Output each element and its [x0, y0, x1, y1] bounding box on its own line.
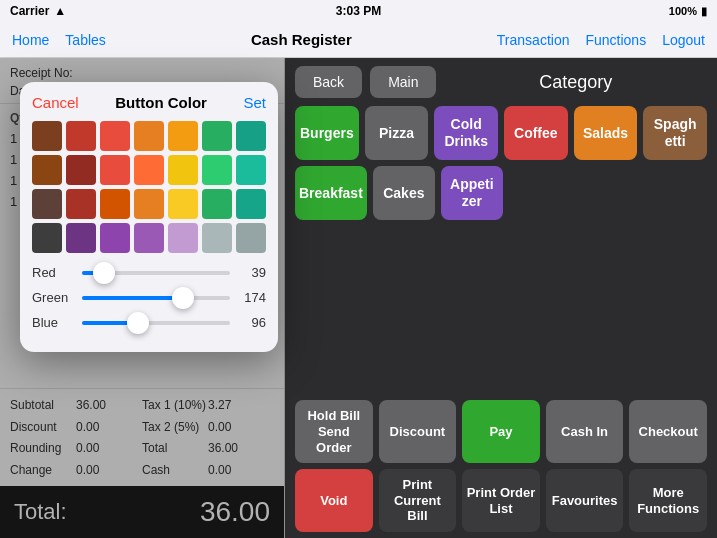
color-swatch[interactable] [236, 189, 266, 219]
category-grid-row1: Burgers Pizza Cold Drinks Coffee Salads … [285, 106, 717, 166]
cat-appetizer[interactable]: Appeti zer [441, 166, 503, 220]
print-bill-button[interactable]: Print Current Bill [379, 469, 457, 532]
battery-text: 100% [669, 5, 697, 17]
red-slider-thumb[interactable] [93, 262, 115, 284]
color-swatch[interactable] [202, 223, 232, 253]
print-order-button[interactable]: Print Order List [462, 469, 540, 532]
color-swatch[interactable] [168, 223, 198, 253]
color-picker-popup: Cancel Button Color Set Red 39 Green [20, 82, 278, 352]
carrier-text: Carrier [10, 4, 49, 18]
receipt-panel: Receipt No: Date: Qty Descr 1 Seafo... 1… [0, 58, 285, 538]
category-grid-row2: Breakfast Cakes Appeti zer [285, 166, 717, 226]
nav-functions[interactable]: Functions [585, 32, 646, 48]
red-slider-row: Red 39 [32, 265, 266, 280]
blue-value: 96 [238, 315, 266, 330]
red-slider-track[interactable] [82, 271, 230, 275]
blue-slider-track[interactable] [82, 321, 230, 325]
color-swatch[interactable] [134, 121, 164, 151]
cat-cold-drinks[interactable]: Cold Drinks [434, 106, 498, 160]
color-swatch[interactable] [202, 155, 232, 185]
register-spacer [285, 226, 717, 394]
nav-bar: Home Tables Cash Register Transaction Fu… [0, 22, 717, 58]
cat-spaghetti[interactable]: Spagh etti [643, 106, 707, 160]
register-panel: Back Main Category Burgers Pizza Cold Dr… [285, 58, 717, 538]
color-swatch[interactable] [100, 155, 130, 185]
main-content: Receipt No: Date: Qty Descr 1 Seafo... 1… [0, 58, 717, 538]
color-swatch[interactable] [236, 121, 266, 151]
color-swatch[interactable] [100, 223, 130, 253]
status-bar: Carrier ▲ 3:03 PM 100% ▮ [0, 0, 717, 22]
color-swatch[interactable] [100, 121, 130, 151]
nav-home[interactable]: Home [12, 32, 49, 48]
main-button[interactable]: Main [370, 66, 436, 98]
checkout-button[interactable]: Checkout [629, 400, 707, 463]
more-functions-button[interactable]: More Functions [629, 469, 707, 532]
green-slider-row: Green 174 [32, 290, 266, 305]
blue-slider-thumb[interactable] [127, 312, 149, 334]
category-nav: Back Main Category [285, 58, 717, 106]
nav-logout[interactable]: Logout [662, 32, 705, 48]
picker-cancel-button[interactable]: Cancel [32, 94, 79, 111]
blue-label: Blue [32, 315, 74, 330]
color-swatch[interactable] [66, 121, 96, 151]
color-grid [32, 121, 266, 253]
color-swatch[interactable] [168, 189, 198, 219]
picker-set-button[interactable]: Set [243, 94, 266, 111]
cat-cakes[interactable]: Cakes [373, 166, 435, 220]
nav-tables[interactable]: Tables [65, 32, 105, 48]
battery-icon: ▮ [701, 5, 707, 18]
action-row-2: Void Print Current Bill Print Order List… [285, 469, 717, 538]
nav-title: Cash Register [251, 31, 352, 48]
cat-breakfast[interactable]: Breakfast [295, 166, 367, 220]
nav-bar-left: Home Tables [12, 32, 106, 48]
cat-pizza[interactable]: Pizza [365, 106, 429, 160]
slider-group: Red 39 Green 174 [32, 265, 266, 330]
red-value: 39 [238, 265, 266, 280]
hold-bill-button[interactable]: Hold BillSend Order [295, 400, 373, 463]
color-swatch[interactable] [236, 155, 266, 185]
color-swatch[interactable] [134, 155, 164, 185]
color-swatch[interactable] [100, 189, 130, 219]
color-swatch[interactable] [236, 223, 266, 253]
green-slider-fill [82, 296, 183, 300]
category-title: Category [444, 72, 707, 93]
green-value: 174 [238, 290, 266, 305]
color-swatch[interactable] [32, 155, 62, 185]
color-swatch[interactable] [168, 155, 198, 185]
green-label: Green [32, 290, 74, 305]
color-swatch[interactable] [66, 223, 96, 253]
nav-transaction[interactable]: Transaction [497, 32, 570, 48]
favourites-button[interactable]: Favourites [546, 469, 624, 532]
cat-burgers[interactable]: Burgers [295, 106, 359, 160]
color-swatch[interactable] [134, 223, 164, 253]
status-left: Carrier ▲ [10, 4, 66, 18]
cat-coffee[interactable]: Coffee [504, 106, 568, 160]
red-label: Red [32, 265, 74, 280]
action-row-1: Hold BillSend Order Discount Pay Cash In… [285, 394, 717, 469]
status-right: 100% ▮ [669, 5, 707, 18]
color-swatch[interactable] [66, 155, 96, 185]
back-button[interactable]: Back [295, 66, 362, 98]
picker-title: Button Color [115, 94, 207, 111]
color-swatch[interactable] [66, 189, 96, 219]
discount-button[interactable]: Discount [379, 400, 457, 463]
color-swatch[interactable] [202, 121, 232, 151]
status-time: 3:03 PM [336, 4, 381, 18]
wifi-icon: ▲ [54, 4, 66, 18]
pay-button[interactable]: Pay [462, 400, 540, 463]
color-swatch[interactable] [134, 189, 164, 219]
color-swatch[interactable] [32, 121, 62, 151]
color-swatch[interactable] [202, 189, 232, 219]
green-slider-thumb[interactable] [172, 287, 194, 309]
blue-slider-row: Blue 96 [32, 315, 266, 330]
color-swatch[interactable] [168, 121, 198, 151]
cat-salads[interactable]: Salads [574, 106, 638, 160]
nav-bar-right: Transaction Functions Logout [497, 32, 705, 48]
picker-header: Cancel Button Color Set [32, 94, 266, 111]
color-swatch[interactable] [32, 223, 62, 253]
color-swatch[interactable] [32, 189, 62, 219]
void-button[interactable]: Void [295, 469, 373, 532]
green-slider-track[interactable] [82, 296, 230, 300]
cash-in-button[interactable]: Cash In [546, 400, 624, 463]
